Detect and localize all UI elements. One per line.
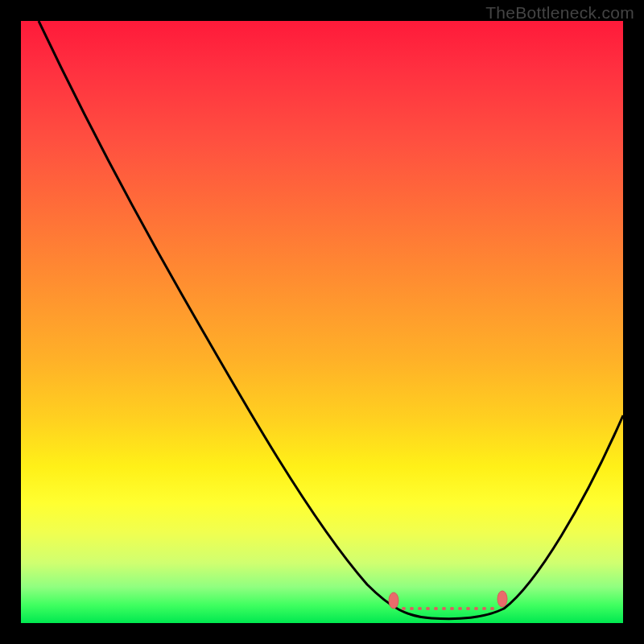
plot-area <box>21 21 623 623</box>
watermark-text: TheBottleneck.com <box>485 3 634 23</box>
left-marker <box>389 592 398 609</box>
chart-container: TheBottleneck.com <box>0 0 644 644</box>
right-marker <box>497 591 507 607</box>
bottleneck-curve-path <box>39 21 623 619</box>
curve-svg <box>21 21 623 623</box>
